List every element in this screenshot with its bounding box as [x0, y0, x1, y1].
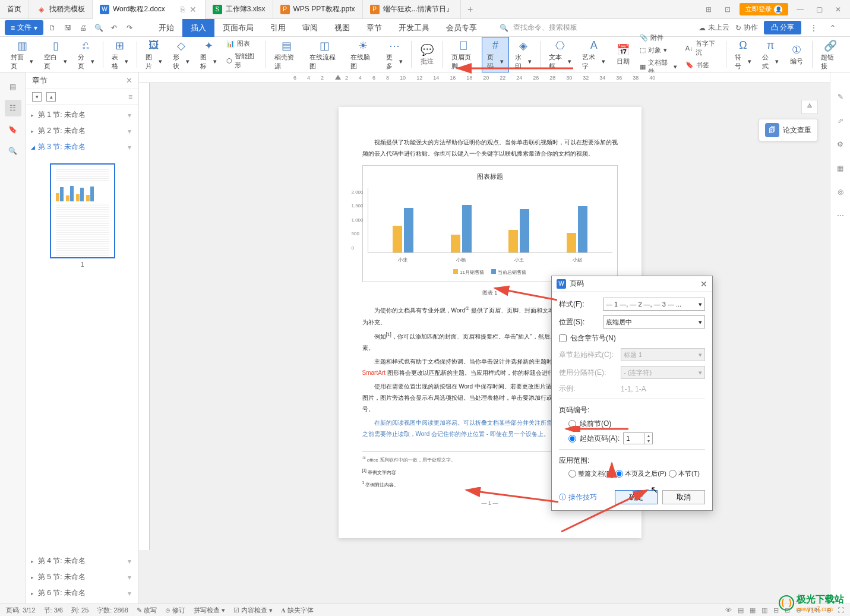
icon-button[interactable]: ✦图标▾: [195, 37, 222, 72]
edit-icon[interactable]: ✎: [834, 90, 847, 103]
object-button[interactable]: ⬚ 对象▾: [636, 45, 681, 56]
close-window-icon[interactable]: ✕: [831, 2, 845, 17]
section-2[interactable]: ▸第 2 节: 未命名▾: [26, 123, 138, 139]
print-icon[interactable]: 🖨: [77, 21, 90, 34]
style-select[interactable]: — 1 —, — 2 —, — 3 — ...▾: [603, 298, 705, 311]
tab-daoketemplate[interactable]: ◈找稻壳模板: [29, 0, 93, 19]
sb-track[interactable]: ✎ 改写: [137, 606, 157, 615]
spin-down-icon[interactable]: ▼: [644, 438, 652, 444]
file-menu[interactable]: ≡ 文件 ▾: [5, 20, 43, 35]
cover-button[interactable]: ▥封面页▾: [6, 37, 38, 72]
view-draft-icon[interactable]: ⊟: [773, 606, 779, 614]
menu-member[interactable]: 会员专享: [438, 19, 485, 37]
redo-icon[interactable]: ↷: [123, 21, 136, 34]
pos-select[interactable]: 底端居中▾: [603, 315, 705, 328]
menu-insert[interactable]: 插入: [182, 19, 214, 37]
sb-revise[interactable]: ⊙ 修订: [165, 606, 185, 615]
pagenum-button[interactable]: #页码▾: [482, 37, 509, 72]
shape-button[interactable]: ◇形状▾: [168, 37, 194, 72]
ruler-horizontal[interactable]: 642246810121416182022242628303234363840: [139, 72, 830, 83]
section-5[interactable]: ▸第 5 节: 未命名▾: [26, 569, 138, 585]
new-icon[interactable]: 🗋: [46, 21, 59, 34]
pic-button[interactable]: 🖼图片▾: [141, 37, 167, 72]
break-button[interactable]: ⎌分页▾: [73, 37, 99, 72]
library-icon[interactable]: ▦: [834, 162, 847, 175]
table-button[interactable]: ⊞表格▾: [107, 37, 133, 72]
comment-button[interactable]: 💬批注: [415, 42, 439, 67]
section-6[interactable]: ▸第 6 节: 未命名▾: [26, 585, 138, 601]
chart-button[interactable]: 📊 图表: [223, 38, 262, 49]
menu-review[interactable]: 审阅: [294, 19, 326, 37]
dialog-close-icon[interactable]: ✕: [700, 279, 707, 289]
layout-icon[interactable]: ⊞: [702, 2, 716, 17]
menu-view[interactable]: 视图: [326, 19, 358, 37]
tab-pptx2[interactable]: P端午狂欢...情满节日』: [363, 0, 461, 19]
sidebar-close-icon[interactable]: ✕: [126, 76, 132, 85]
settings-icon[interactable]: ⚙: [834, 138, 847, 151]
maximize-icon[interactable]: ▢: [812, 2, 826, 17]
formula-button[interactable]: π公式▾: [757, 37, 783, 72]
sb-spell[interactable]: 拼写检查 ▾: [194, 606, 225, 615]
sb-col[interactable]: 列: 25: [71, 606, 89, 615]
undo-icon[interactable]: ↶: [108, 21, 121, 34]
tab-xlsx[interactable]: S工作簿3.xlsx: [206, 0, 273, 19]
menu-ref[interactable]: 引用: [262, 19, 294, 37]
target-icon[interactable]: ◎: [834, 185, 847, 198]
bookmark-button[interactable]: 🔖 书签: [682, 59, 722, 71]
preview-icon[interactable]: 🔍: [92, 21, 105, 34]
continue-radio[interactable]: [568, 420, 576, 428]
blank-button[interactable]: ▯空白页▾: [39, 37, 71, 72]
start-input[interactable]: [624, 435, 644, 443]
dialog-titlebar[interactable]: W 页码 ✕: [552, 276, 712, 292]
more-icon[interactable]: ⋮: [807, 21, 820, 34]
section-3[interactable]: ◢第 3 节: 未命名▾: [26, 139, 138, 155]
tab-word-doc[interactable]: WWord教程2.docx⎘✕: [93, 0, 206, 19]
date-button[interactable]: 📅日期: [611, 42, 635, 67]
cloud-status[interactable]: ☁ 未上云: [699, 23, 729, 33]
sb-page[interactable]: 页码: 3/12: [6, 606, 36, 615]
wordart-button[interactable]: A艺术字▾: [577, 37, 609, 72]
menu-dev[interactable]: 开发工具: [390, 19, 438, 37]
more-rr-icon[interactable]: ⋯: [834, 209, 847, 222]
link-button[interactable]: 🔗超链接: [816, 37, 844, 72]
scope-after-radio[interactable]: [615, 470, 623, 478]
section-1[interactable]: ▸第 1 节: 未命名▾: [26, 107, 138, 123]
search-input[interactable]: 🔍 查找命令、搜索模板: [500, 23, 577, 33]
sb-font[interactable]: 𝐀 缺失字体: [281, 606, 314, 615]
select-icon[interactable]: ⬀: [834, 114, 847, 127]
sb-words[interactable]: 字数: 2868: [97, 606, 128, 615]
outline-icon[interactable]: ▤: [5, 78, 21, 95]
tab-add[interactable]: +: [461, 4, 480, 15]
close-icon[interactable]: ✕: [188, 5, 198, 14]
tab-home[interactable]: 首页: [0, 0, 29, 19]
watermark-button[interactable]: ◈水印▾: [510, 37, 536, 72]
start-radio[interactable]: [568, 435, 576, 443]
save-icon[interactable]: 🖫: [61, 21, 74, 34]
apps-icon[interactable]: ⊡: [721, 2, 735, 17]
spin-up-icon[interactable]: ▲: [644, 433, 652, 438]
expand-icon[interactable]: ▾: [32, 92, 42, 102]
smartart-button[interactable]: ⬡ 智能图形: [223, 50, 262, 71]
help-link[interactable]: ⓘ 操作技巧: [559, 492, 597, 503]
chapter-icon[interactable]: ☷: [5, 100, 21, 116]
flowchart-button[interactable]: ◫在线流程图: [305, 37, 345, 72]
daoke-button[interactable]: ▤稻壳资源: [270, 37, 304, 72]
symbol-button[interactable]: Ω符号▾: [730, 37, 756, 72]
scope-section-radio[interactable]: [669, 470, 677, 478]
ok-button[interactable]: 确定: [615, 490, 658, 504]
menu-layout[interactable]: 页面布局: [214, 19, 262, 37]
cancel-button[interactable]: 取消: [662, 490, 705, 504]
ruler-vertical[interactable]: [139, 83, 150, 550]
collapse-all-icon[interactable]: ▴: [46, 92, 56, 102]
firstdrop-button[interactable]: A↓ 首字下沉: [682, 38, 722, 58]
coop-button[interactable]: ↻ 协作: [735, 23, 758, 33]
mindmap-button[interactable]: ☀在线脑图: [346, 37, 380, 72]
bookmark-rail-icon[interactable]: 🔖: [5, 121, 21, 138]
scope-whole-radio[interactable]: [568, 470, 576, 478]
paper-check-button[interactable]: 🗐 论文查重: [759, 119, 818, 141]
view-outline-icon[interactable]: ▥: [761, 606, 767, 614]
login-button[interactable]: 立即登录👤: [740, 3, 788, 15]
thumbnail[interactable]: 1: [26, 157, 138, 274]
view-read-icon[interactable]: 👁: [725, 606, 732, 614]
header-button[interactable]: ⎕页眉页脚: [447, 37, 481, 72]
